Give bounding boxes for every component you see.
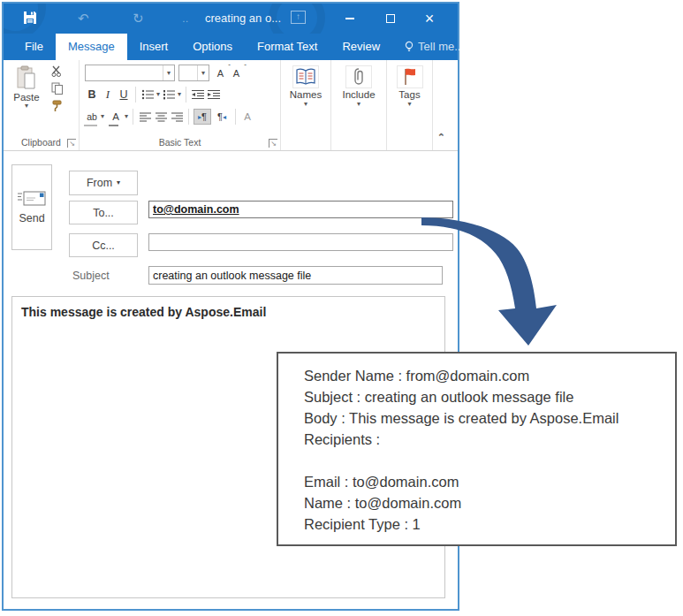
include-label: Include bbox=[342, 89, 375, 100]
paperclip-icon bbox=[352, 67, 366, 87]
names-group: Names ▾ bbox=[281, 60, 331, 150]
align-right-button[interactable] bbox=[170, 109, 184, 125]
minimize-icon bbox=[345, 18, 354, 19]
tab-tell-me[interactable]: Tell me... bbox=[392, 34, 476, 60]
tab-insert[interactable]: Insert bbox=[127, 34, 181, 60]
tab-format-text[interactable]: Format Text bbox=[245, 34, 330, 60]
highlight-button[interactable]: ab bbox=[85, 109, 99, 125]
format-painter-icon[interactable] bbox=[51, 100, 64, 112]
clipboard-icon bbox=[16, 65, 37, 90]
cut-icon[interactable] bbox=[51, 65, 64, 77]
chevron-down-icon: ▾ bbox=[156, 91, 160, 98]
dialog-launcher-icon[interactable]: ↘ bbox=[269, 139, 277, 148]
grow-font-button[interactable]: Aˆ bbox=[216, 65, 230, 81]
pilcrow-icon: ¶ bbox=[201, 111, 207, 122]
include-group: Include ▾ bbox=[331, 60, 387, 150]
chevron-down-icon: ▾ bbox=[101, 113, 104, 120]
flag-icon bbox=[402, 67, 418, 87]
tab-review[interactable]: Review bbox=[330, 34, 392, 60]
send-label: Send bbox=[19, 212, 44, 224]
close-button[interactable]: × bbox=[412, 4, 447, 34]
clear-formatting-button[interactable]: A bbox=[240, 109, 254, 125]
chevron-down-icon: ▾ bbox=[178, 91, 181, 98]
tab-tell-me-label: Tell me... bbox=[418, 34, 464, 60]
rtl-arrow-icon: ◂ bbox=[223, 113, 226, 121]
callout-line bbox=[304, 450, 668, 471]
font-color-button[interactable]: A bbox=[109, 109, 123, 125]
font-name-combo[interactable]: ▾ bbox=[85, 65, 175, 81]
maximize-button[interactable] bbox=[373, 4, 408, 34]
copy-icon[interactable] bbox=[51, 82, 64, 95]
to-input[interactable] bbox=[148, 201, 453, 218]
indent-icon bbox=[207, 89, 221, 100]
include-button[interactable]: Include ▾ bbox=[331, 65, 386, 108]
chevron-down-icon: ▾ bbox=[25, 103, 28, 110]
names-button[interactable]: Names ▾ bbox=[281, 65, 330, 108]
bold-button[interactable]: B bbox=[85, 87, 99, 103]
numbering-button[interactable] bbox=[162, 87, 176, 103]
tags-button[interactable]: Tags ▾ bbox=[387, 65, 432, 108]
increase-indent-button[interactable] bbox=[207, 87, 221, 103]
basic-text-group: ▾ ▾ Aˆ Aˇ B I U ▾ ▾ bbox=[80, 60, 281, 150]
tab-message[interactable]: Message bbox=[56, 34, 127, 60]
titlebar: ↶ ↻ ‥ creating an o... ↑ × bbox=[4, 4, 458, 34]
envelope-icon bbox=[17, 190, 47, 208]
from-button[interactable]: From ▾ bbox=[69, 171, 138, 195]
minimize-button[interactable] bbox=[332, 4, 368, 34]
decrease-indent-button[interactable] bbox=[191, 87, 205, 103]
collapse-ribbon-button[interactable]: ⌃ bbox=[437, 132, 445, 143]
popout-icon[interactable]: ↑ bbox=[291, 11, 306, 24]
tab-file[interactable]: File bbox=[12, 34, 56, 60]
subject-label: Subject bbox=[72, 270, 110, 282]
shrink-font-button[interactable]: Aˇ bbox=[231, 65, 246, 81]
underline-button[interactable]: U bbox=[117, 87, 131, 103]
font-size-combo[interactable]: ▾ bbox=[178, 65, 209, 81]
align-right-icon bbox=[171, 112, 183, 122]
callout-line: Body : This message is created by Aspose… bbox=[304, 407, 668, 429]
to-button[interactable]: To... bbox=[69, 201, 138, 224]
basic-text-group-label: Basic Text bbox=[80, 137, 280, 148]
outdent-icon bbox=[191, 89, 205, 100]
names-label: Names bbox=[290, 89, 322, 100]
chevron-down-icon: ▾ bbox=[167, 70, 171, 77]
msg-properties-callout: Sender Name : from@domain.com Subject : … bbox=[277, 352, 677, 546]
clipboard-group: Paste ▾ Clipboard ↘ bbox=[4, 60, 80, 150]
subject-input[interactable] bbox=[148, 266, 443, 285]
grow-font-label: A bbox=[217, 68, 224, 79]
callout-line: Subject : creating an outlook message fi… bbox=[304, 386, 668, 407]
chevron-down-icon: ▾ bbox=[125, 113, 128, 120]
bullet-list-icon bbox=[141, 89, 155, 100]
undo-icon[interactable]: ↶ bbox=[78, 11, 89, 27]
window-title: creating an o... bbox=[205, 11, 281, 25]
rtl-paragraph-button[interactable]: ¶◂ bbox=[213, 109, 231, 125]
lightbulb-icon bbox=[405, 41, 414, 53]
ltr-paragraph-button[interactable]: ▸¶ bbox=[194, 109, 211, 125]
redo-icon[interactable]: ↻ bbox=[133, 11, 144, 27]
send-button[interactable]: Send bbox=[11, 164, 52, 250]
callout-line: Recipients : bbox=[304, 429, 668, 450]
save-icon[interactable] bbox=[23, 11, 37, 28]
tags-label: Tags bbox=[398, 89, 420, 100]
maximize-icon bbox=[386, 14, 395, 23]
chevron-down-icon: ▾ bbox=[304, 101, 307, 108]
cc-button[interactable]: Cc... bbox=[69, 233, 138, 257]
chevron-down-icon: ▾ bbox=[407, 101, 411, 108]
tab-options[interactable]: Options bbox=[180, 34, 245, 60]
align-center-button[interactable] bbox=[154, 109, 168, 125]
cc-input[interactable] bbox=[148, 233, 453, 251]
chevron-down-icon: ▾ bbox=[357, 101, 360, 108]
numbered-list-icon bbox=[163, 89, 176, 100]
dialog-launcher-icon[interactable]: ↘ bbox=[67, 139, 76, 148]
italic-button[interactable]: I bbox=[101, 87, 115, 103]
callout-line: Sender Name : from@domain.com bbox=[304, 365, 668, 386]
paste-button[interactable]: Paste ▾ bbox=[9, 65, 44, 110]
bullets-button[interactable] bbox=[140, 87, 155, 103]
callout-line: Recipient Type : 1 bbox=[304, 513, 668, 535]
align-left-button[interactable] bbox=[138, 109, 152, 125]
ribbon-tab-bar: File Message Insert Options Format Text … bbox=[4, 34, 458, 60]
tags-group: Tags ▾ bbox=[387, 60, 433, 150]
qat-customize-icon[interactable]: ‥ bbox=[182, 11, 188, 27]
align-left-icon bbox=[140, 112, 151, 122]
from-label: From bbox=[87, 177, 112, 189]
address-book-icon bbox=[295, 68, 316, 86]
